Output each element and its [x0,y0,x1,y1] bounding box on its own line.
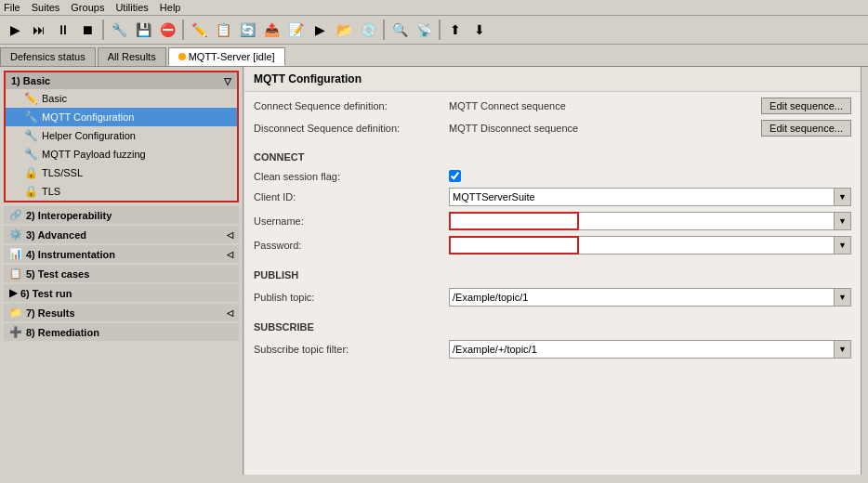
publish-topic-input[interactable] [449,288,835,307]
sidebar-group-remediation-header[interactable]: ➕ 8) Remediation [4,323,239,341]
client-id-input[interactable] [449,188,835,206]
edit-disconnect-sequence-button[interactable]: Edit sequence... [761,120,851,137]
username-select[interactable] [579,212,835,230]
tabs-bar: Defensics status All Results MQTT-Server… [0,45,868,67]
advanced-icon: ⚙️ [9,228,22,241]
sidebar-item-basic[interactable]: ✏️ Basic [6,89,237,108]
toolbar-open[interactable]: 📂 [333,19,355,41]
content-title: MQTT Configuration [244,67,861,92]
sidebar-group-advanced-header[interactable]: ⚙️ 3) Advanced ◁ [4,226,239,243]
toolbar-export[interactable]: 📤 [260,19,283,41]
results-arrow: ◁ [227,308,233,318]
menu-groups[interactable]: Groups [71,2,104,13]
mqtt-config-label: MQTT Configuration [42,111,134,123]
publish-topic-row: Publish topic: ▼ [254,288,851,307]
testcases-label: 5) Test cases [26,268,89,280]
client-id-dropdown-arrow[interactable]: ▼ [835,188,851,206]
sidebar-group-results-header[interactable]: 📁 7) Results ◁ [4,304,239,321]
sidebar-item-tls-ssl[interactable]: 🔒 TLS/SSL [6,163,237,182]
toolbar-run[interactable]: ▶ [309,19,331,41]
username-input[interactable] [449,212,579,230]
sidebar-group-interoperability-header[interactable]: 🔗 2) Interoperability [4,206,239,224]
sidebar: 1) Basic ▽ ✏️ Basic 🔧 MQTT Configuration… [0,67,243,475]
password-input[interactable] [449,236,579,255]
subscribe-section-header: SUBSCRIBE [244,318,861,334]
sidebar-group-interoperability[interactable]: 🔗 2) Interoperability [4,206,239,224]
content-panel: MQTT Configuration Connect Sequence defi… [243,67,861,475]
interoperability-icon: 🔗 [9,209,22,221]
toolbar-record[interactable]: 💿 [357,19,379,41]
tab-defensics-status[interactable]: Defensics status [0,47,96,66]
sidebar-group-testrun[interactable]: ▶ 6) Test run [4,284,239,302]
password-select[interactable] [579,236,835,255]
username-select-ext: ▼ [579,212,851,230]
clean-session-checkbox[interactable] [449,170,461,182]
toolbar-cancel[interactable]: ⛔ [156,19,178,41]
client-id-label: Client ID: [254,191,449,202]
form-section-connect: Clean session flag: Client ID: ▼ Usernam… [244,164,861,266]
helper-config-label: Helper Configuration [42,130,136,141]
advanced-arrow: ◁ [227,230,233,240]
sidebar-group-testrun-header[interactable]: ▶ 6) Test run [4,284,239,302]
subscribe-topic-input[interactable] [449,340,835,359]
publish-topic-dropdown-arrow[interactable]: ▼ [835,288,851,307]
toolbar-separator-3 [383,20,385,40]
connect-sequence-row: Connect Sequence definition: MQTT Connec… [254,98,851,114]
basic-label: Basic [42,93,67,104]
sidebar-group-instrumentation[interactable]: 📊 4) Instrumentation ◁ [4,245,239,263]
toolbar-pause[interactable]: ⏸ [52,19,74,41]
instrumentation-arrow: ◁ [227,250,233,259]
toolbar-up[interactable]: ⬆ [444,19,467,41]
instrumentation-label: 4) Instrumentation [26,249,115,260]
password-dropdown-arrow[interactable]: ▼ [835,236,851,255]
username-dropdown-arrow[interactable]: ▼ [835,212,851,230]
sidebar-item-mqtt-payload[interactable]: 🔧 MQTT Payload fuzzing [6,145,237,163]
sidebar-section-basic-header[interactable]: 1) Basic ▽ [6,72,237,89]
clean-session-row: Clean session flag: [254,170,851,182]
sidebar-group-results[interactable]: 📁 7) Results ◁ [4,304,239,321]
sidebar-item-tls[interactable]: 🔒 TLS [6,182,237,201]
right-scrollbar[interactable] [861,67,868,475]
edit-connect-sequence-button[interactable]: Edit sequence... [761,98,851,114]
toolbar-refresh[interactable]: 🔄 [236,19,258,41]
connect-section-header: CONNECT [244,148,861,164]
form-section-subscribe: Subscribe topic filter: ▼ [244,334,861,370]
tab-all-results[interactable]: All Results [98,47,166,66]
toolbar-next[interactable]: ⏭ [28,19,50,41]
publish-section-header: PUBLISH [244,266,861,282]
toolbar-down[interactable]: ⬇ [468,19,491,41]
sidebar-group-advanced[interactable]: ⚙️ 3) Advanced ◁ [4,226,239,243]
sidebar-group-instrumentation-header[interactable]: 📊 4) Instrumentation ◁ [4,245,239,263]
toolbar-settings[interactable]: 🔧 [108,19,130,41]
sidebar-group-testcases-header[interactable]: 📋 5) Test cases [4,265,239,282]
tls-label: TLS [42,186,60,197]
toolbar-stop[interactable]: ⏹ [76,19,99,41]
sidebar-item-mqtt-config[interactable]: 🔧 MQTT Configuration [6,108,237,126]
toolbar-separator-2 [182,20,184,40]
disconnect-sequence-label: Disconnect Sequence definition: [254,123,449,134]
toolbar-save[interactable]: 💾 [132,19,154,41]
client-id-select-container: ▼ [449,188,851,206]
menu-utilities[interactable]: Utilities [115,2,148,13]
sidebar-group-remediation[interactable]: ➕ 8) Remediation [4,323,239,341]
password-select-ext: ▼ [579,236,851,255]
sidebar-section-basic: 1) Basic ▽ ✏️ Basic 🔧 MQTT Configuration… [4,71,239,202]
menu-help[interactable]: Help [160,2,181,13]
menu-suites[interactable]: Suites [32,2,60,13]
subscribe-topic-dropdown-arrow[interactable]: ▼ [835,340,851,359]
toolbar-search[interactable]: 🔍 [388,19,411,41]
menu-file[interactable]: File [4,2,20,13]
sidebar-item-helper-config[interactable]: 🔧 Helper Configuration [6,126,237,145]
toolbar-network[interactable]: 📡 [413,19,435,41]
sidebar-group-testcases[interactable]: 📋 5) Test cases [4,265,239,282]
mqtt-payload-icon: 🔧 [24,148,38,161]
tab-mqtt-server[interactable]: MQTT-Server [idle] [168,47,285,66]
toolbar-play[interactable]: ▶ [4,19,26,41]
menubar: File Suites Groups Utilities Help [0,0,868,16]
username-label: Username: [254,215,449,227]
helper-config-icon: 🔧 [24,129,38,142]
toolbar-edit[interactable]: ✏️ [188,19,210,41]
toolbar: ▶ ⏭ ⏸ ⏹ 🔧 💾 ⛔ ✏️ 📋 🔄 📤 📝 ▶ 📂 💿 🔍 📡 ⬆ ⬇ [0,16,868,45]
toolbar-import[interactable]: 📝 [284,19,307,41]
toolbar-copy[interactable]: 📋 [212,19,234,41]
